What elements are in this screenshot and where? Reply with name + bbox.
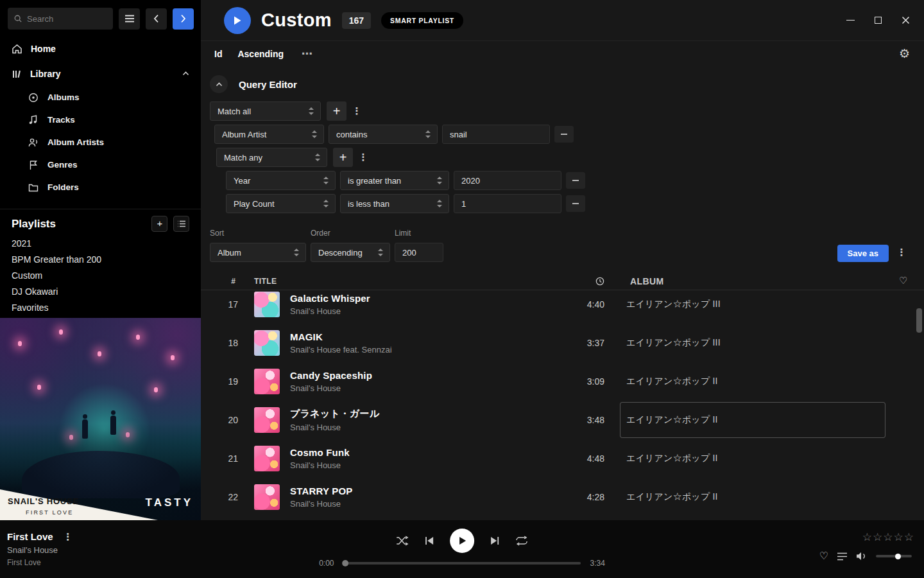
table-body: 17 Galactic Whisper Snail's House 4:40 エ…: [201, 290, 924, 520]
sort-field-button[interactable]: Id: [214, 49, 222, 59]
rating-star-1[interactable]: [862, 532, 872, 543]
search-icon: [14, 14, 22, 23]
collapse-query-editor-button[interactable]: [210, 75, 228, 93]
sort-direction-button[interactable]: Ascending: [237, 49, 284, 59]
minimize-icon: [846, 20, 855, 21]
sidebar-item-album-artists[interactable]: Album Artists: [0, 131, 201, 153]
track-row[interactable]: 21 Cosmo Funk Snail's House 4:48 エイリアン☆ポ…: [201, 439, 924, 478]
save-options-button[interactable]: [894, 243, 909, 262]
track-row[interactable]: 20 プラネット・ガール Snail's House 3:48 エイリアン☆ポッ…: [201, 401, 924, 439]
more-columns-button[interactable]: [299, 48, 315, 60]
volume-handle[interactable]: [895, 554, 901, 559]
rule-value-input[interactable]: [454, 171, 561, 190]
track-row[interactable]: 19 Candy Spaceship Snail's House 3:09 エイ…: [201, 362, 924, 401]
column-header-favorite[interactable]: [896, 276, 924, 286]
playlist-item[interactable]: DJ Okawari: [0, 284, 201, 300]
column-header-title[interactable]: TITLE: [250, 277, 569, 286]
album-text-focused[interactable]: エイリアン☆ポップ II: [620, 402, 886, 438]
add-playlist-button[interactable]: [151, 216, 167, 232]
smart-playlist-badge: SMART PLAYLIST: [381, 12, 463, 29]
shuffle-button[interactable]: [396, 536, 409, 546]
rating-star-2[interactable]: [873, 532, 882, 543]
playlist-item[interactable]: BPM Greater than 200: [0, 252, 201, 268]
group-options-button[interactable]: [356, 148, 370, 167]
sidebar-item-tracks[interactable]: Tracks: [0, 109, 201, 131]
now-playing-artwork: SNAIL'S HOUSE FIRST LOVE TASTY: [0, 318, 201, 520]
match-type-select[interactable]: Match all: [210, 101, 321, 121]
track-artist: Snail's House: [290, 383, 569, 393]
seek-handle[interactable]: [343, 560, 349, 566]
match-type-select[interactable]: Match any: [216, 148, 327, 167]
column-header-duration[interactable]: [569, 277, 626, 286]
vertical-scrollbar[interactable]: [916, 308, 922, 333]
queue-icon: [837, 552, 848, 561]
rating-star-4[interactable]: [894, 532, 903, 543]
kebab-menu-icon: [897, 247, 907, 258]
rule-field-select[interactable]: Album Artist: [214, 125, 324, 144]
seek-bar[interactable]: [343, 562, 581, 565]
track-row[interactable]: 18 MAGIK Snail's House feat. Sennzai 3:3…: [201, 324, 924, 362]
save-as-button[interactable]: Save as: [837, 245, 889, 262]
close-button[interactable]: [902, 16, 910, 24]
playlist-item[interactable]: Custom: [0, 268, 201, 284]
sidebar-item-albums[interactable]: Albums: [0, 86, 201, 109]
volume-slider[interactable]: [876, 555, 912, 557]
group-options-button[interactable]: [350, 101, 364, 121]
rule-value-input[interactable]: [442, 125, 550, 144]
playlist-item[interactable]: Favorites: [0, 300, 201, 316]
rule-operator-select[interactable]: is greater than: [340, 171, 449, 190]
flag-icon: [28, 160, 38, 170]
playlist-item[interactable]: 2021: [0, 236, 201, 252]
maximize-button[interactable]: [875, 17, 882, 24]
menu-button[interactable]: [119, 8, 140, 30]
volume-button[interactable]: [856, 552, 868, 561]
order-select[interactable]: Descending: [311, 243, 390, 262]
repeat-button[interactable]: [515, 536, 528, 546]
rule-field-select[interactable]: Year: [226, 171, 336, 190]
column-header-number[interactable]: #: [201, 277, 250, 286]
playlist-list-options-button[interactable]: [173, 216, 189, 232]
plus-icon: [339, 151, 347, 164]
rule-operator-select[interactable]: is less than: [340, 194, 449, 213]
rule-operator-select[interactable]: contains: [329, 125, 438, 144]
album-text: エイリアン☆ポップ III: [626, 337, 721, 347]
favorite-button[interactable]: [819, 550, 828, 562]
next-track-button[interactable]: [490, 536, 500, 545]
track-album: エイリアン☆ポップ III: [626, 337, 896, 349]
rule-field-select[interactable]: Play Count: [226, 194, 336, 213]
play-pause-button[interactable]: [450, 529, 474, 553]
column-header-album[interactable]: ALBUM: [626, 276, 896, 286]
search-input[interactable]: [27, 14, 107, 24]
limit-input[interactable]: [395, 243, 443, 262]
track-row[interactable]: 17 Galactic Whisper Snail's House 4:40 エ…: [201, 290, 924, 324]
remove-rule-button[interactable]: [566, 195, 585, 212]
settings-button[interactable]: [899, 48, 910, 60]
main-panel: Custom 167 SMART PLAYLIST Id Ascending Q…: [201, 0, 924, 520]
minimize-button[interactable]: [846, 20, 855, 21]
nav-forward-button[interactable]: [173, 8, 194, 30]
sort-by-select[interactable]: Album: [210, 243, 306, 262]
rating-star-3[interactable]: [883, 532, 893, 543]
sidebar-item-genres[interactable]: Genres: [0, 153, 201, 176]
sidebar: Home Library Albums Tracks Album Artists: [0, 0, 201, 520]
lantern-glow: [18, 341, 22, 346]
sidebar-item-folders[interactable]: Folders: [0, 176, 201, 198]
sidebar-item-library[interactable]: Library: [0, 61, 201, 86]
remove-rule-button[interactable]: [554, 126, 574, 143]
rule-value-input[interactable]: [454, 194, 561, 213]
previous-track-button[interactable]: [424, 536, 434, 545]
add-rule-button[interactable]: [333, 148, 353, 167]
chevron-right-icon: [180, 14, 186, 23]
add-rule-button[interactable]: [327, 101, 346, 121]
track-row[interactable]: 22 STARRY POP Snail's House 4:28 エイリアン☆ポ…: [201, 478, 924, 516]
thumb-cell: [250, 484, 290, 510]
search-box[interactable]: [8, 8, 113, 30]
limit-label: Limit: [395, 229, 443, 238]
rating-star-5[interactable]: [904, 532, 914, 543]
track-options-button[interactable]: [64, 532, 72, 542]
queue-button[interactable]: [837, 552, 848, 561]
nav-back-button[interactable]: [146, 8, 167, 30]
play-playlist-button[interactable]: [224, 7, 251, 34]
sidebar-item-home[interactable]: Home: [0, 36, 201, 61]
remove-rule-button[interactable]: [566, 172, 585, 189]
